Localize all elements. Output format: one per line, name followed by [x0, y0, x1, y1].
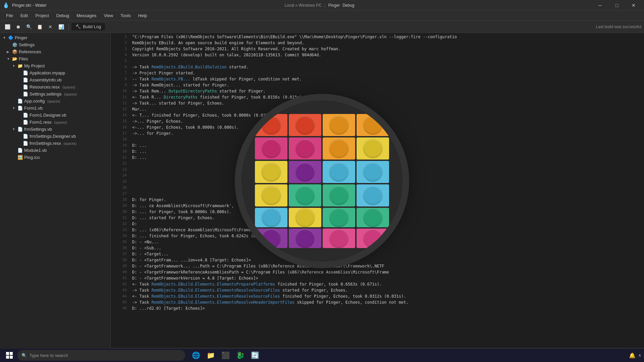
- lego-cell: [357, 208, 389, 227]
- myproject-icon: 📁: [17, 63, 23, 68]
- line-number: 7: [113, 71, 127, 75]
- sidebar-settingsfile-label: Settings.settings (spaces): [30, 92, 77, 97]
- lego-cell: [289, 114, 321, 136]
- sidebar-item-settings[interactable]: ⚙️ Settings: [0, 41, 110, 48]
- log-text: ->... for Pinger.: [132, 131, 173, 136]
- start-button[interactable]: [3, 349, 16, 362]
- sidebar-item-files[interactable]: ▼ 📂 Files: [0, 55, 110, 62]
- sidebar-item-frmsettingsresx[interactable]: 📄 frmSettings.resx (spaces): [0, 140, 110, 147]
- taskbar-right: 🔔 ∧: [629, 352, 641, 359]
- sidebar-item-form1resx[interactable]: 📄 Form1.resx (spaces): [0, 119, 110, 126]
- toolbar-btn-forward[interactable]: 📋: [35, 22, 44, 32]
- menu-debug[interactable]: Debug: [53, 12, 72, 19]
- sidebar-application-label: Application.myapp: [30, 70, 65, 75]
- log-text: -> Task... started for Pinger, Echoes.: [132, 101, 224, 106]
- lego-cell: [255, 114, 287, 136]
- lego-stud: [363, 229, 382, 248]
- search-icon: 🔍: [21, 353, 27, 358]
- lego-stud: [261, 162, 281, 182]
- sidebar-item-pinger[interactable]: ▼ 🔷 Pinger: [0, 34, 110, 41]
- file-icon-module1: 📄: [17, 148, 23, 153]
- sidebar-frmsettingsresx-label: frmSettings.resx (spaces): [30, 141, 76, 146]
- sidebar-item-form1designer[interactable]: 📄 Form1.Designer.vb: [0, 112, 110, 119]
- line-number: 26: [113, 185, 127, 190]
- toolbar-btn-close[interactable]: ✕: [46, 22, 55, 32]
- log-line: 12 -> Task... started for Pinger, Echoes…: [111, 101, 644, 107]
- line-number: 21: [113, 155, 127, 160]
- lego-stud: [363, 115, 382, 135]
- expand-arrow-pinger: ▼: [3, 36, 7, 40]
- sidebar-pinger-label: Pinger: [15, 35, 28, 40]
- log-text: <- T... finished for Pinger, Echoes, too…: [132, 113, 275, 118]
- taskbar-search-bar[interactable]: 🔍 Type here to search: [17, 350, 185, 361]
- taskbar-app-browser[interactable]: 🌐: [189, 349, 203, 362]
- expand-arrow-files: ▼: [7, 57, 11, 61]
- notification-icon[interactable]: 🔔: [629, 352, 636, 359]
- log-line: 45 -> Task RemObjects.EBuild.Elements.El…: [111, 300, 644, 306]
- menu-tools[interactable]: Tools: [117, 12, 134, 19]
- lego-cell: [357, 229, 389, 248]
- minimize-button[interactable]: ─: [592, 0, 608, 11]
- lego-cell: [255, 137, 287, 160]
- maximize-button[interactable]: □: [609, 0, 625, 11]
- taskbar-app-terminal[interactable]: ⬛: [219, 349, 232, 362]
- toolbar-btn-search[interactable]: 🔍: [24, 22, 34, 32]
- menu-view[interactable]: View: [100, 12, 116, 19]
- sidebar-item-resources[interactable]: 📄 Resources.resx (spaces): [0, 83, 110, 90]
- sidebar-item-module1[interactable]: 📄 Module1.vb: [0, 147, 110, 154]
- toolbar-btn-record[interactable]: ⏺: [13, 22, 23, 32]
- close-button[interactable]: ✕: [626, 0, 641, 11]
- taskbar-app-explorer[interactable]: 📁: [204, 349, 217, 362]
- lego-cell: [357, 161, 389, 183]
- sidebar-item-appconfig[interactable]: 📄 App.config (spaces): [0, 98, 110, 105]
- file-icon-6: 📄: [23, 113, 28, 118]
- menu-project[interactable]: Project: [32, 12, 52, 19]
- line-number: 29: [113, 203, 127, 208]
- log-line: 39D: - <TargetFramework... ...Path = C:\…: [111, 263, 644, 269]
- taskbar-app-dragon[interactable]: 🐉: [233, 349, 247, 362]
- line-number: 45: [113, 300, 127, 304]
- sidebar-frmsettings-label: frmSettings.vb: [24, 127, 52, 132]
- build-log-tab[interactable]: 🔨 Build Log: [71, 23, 105, 31]
- lego-stud: [261, 208, 281, 227]
- file-icon-form1: 📄: [17, 106, 23, 111]
- sidebar-item-settings-settings[interactable]: 📄 Settings.settings (spaces): [0, 90, 110, 98]
- sidebar-item-references[interactable]: ▶ 📦 References: [0, 48, 110, 55]
- menu-file[interactable]: File: [3, 12, 16, 19]
- taskbar: 🔍 Type here to search 🌐 📁 ⬛ 🐉 🔄 🔔 ∧: [0, 349, 644, 362]
- lego-stud: [295, 139, 315, 158]
- sidebar-form1designer-label: Form1.Designer.vb: [30, 113, 66, 118]
- log-text: -> Task RemObjects.EBuild.Elements.Eleme…: [132, 288, 348, 293]
- toolbar-btn-chart[interactable]: 📊: [56, 22, 66, 32]
- lego-stud: [295, 229, 315, 248]
- line-number: 11: [113, 95, 127, 99]
- top-project: Pinger: [328, 3, 340, 8]
- lego-cell: [357, 184, 389, 206]
- sidebar-settings-label: Settings: [19, 42, 35, 47]
- sidebar-item-frmsettingsdesigner[interactable]: 📄 frmSettings.Designer.vb: [0, 133, 110, 140]
- lego-cell: [357, 114, 389, 136]
- build-log-icon: 🔨: [75, 24, 81, 29]
- sidebar-item-form1[interactable]: ▼ 📄 Form1.vb: [0, 105, 110, 112]
- file-icon-ico: 🖼️: [17, 155, 23, 160]
- sidebar-item-assemblyinfo[interactable]: 📄 AssemblyInfo.vb: [0, 76, 110, 83]
- sidebar-item-myproject[interactable]: ▼ 📁 My Project: [0, 62, 110, 69]
- toolbar-btn-square[interactable]: ⬜: [3, 22, 12, 32]
- log-text: <- Task RemObjects.EBuild.Elements.Eleme…: [132, 282, 382, 287]
- build-status: Last build was successful: [596, 24, 641, 29]
- sidebar-item-application[interactable]: 📄 Application.myapp: [0, 69, 110, 76]
- file-icon-1: 📄: [23, 70, 28, 75]
- log-text: ->... Pinger, Echoes.: [132, 119, 183, 124]
- menu-messages[interactable]: Messages: [73, 12, 100, 19]
- line-number: 13: [113, 107, 127, 111]
- menu-help[interactable]: Help: [135, 12, 151, 19]
- taskbar-app-refresh[interactable]: 🔄: [248, 349, 262, 362]
- build-log-label: Build Log: [83, 24, 101, 29]
- chevron-up-icon[interactable]: ∧: [638, 353, 641, 358]
- sidebar-item-frmsettings[interactable]: ▼ 📄 frmSettings.vb: [0, 126, 110, 133]
- lego-cell: [255, 161, 287, 183]
- pinger-icon: 🔷: [8, 35, 13, 40]
- lego-cell: [323, 137, 355, 160]
- menu-edit[interactable]: Edit: [17, 12, 31, 19]
- sidebar-item-pingico[interactable]: 🖼️ Ping.ico: [0, 154, 110, 161]
